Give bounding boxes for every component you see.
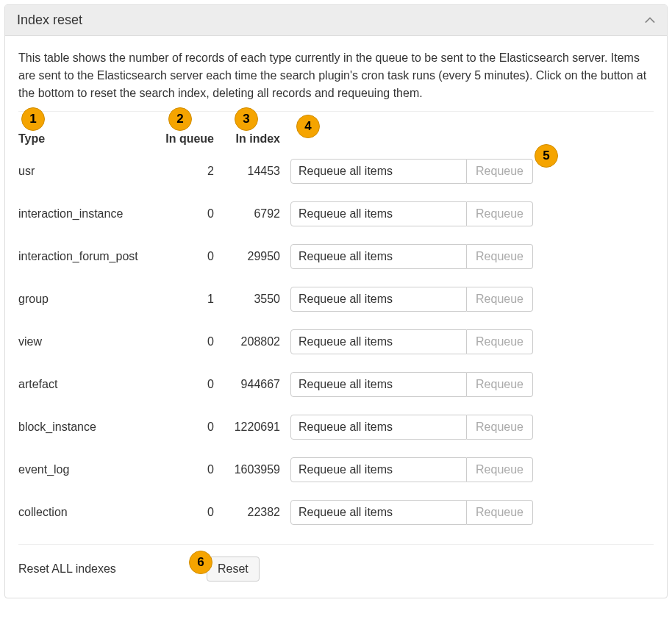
requeue-button[interactable]: Requeue (467, 457, 533, 482)
requeue-input[interactable] (290, 415, 467, 440)
cell-queue: 2 (165, 150, 224, 193)
cell-action: Requeue (290, 278, 654, 321)
callout-1: 1 (21, 107, 45, 131)
cell-type: block_instance (18, 406, 165, 448)
cell-index: 208802 (224, 321, 290, 363)
cell-queue: 0 (165, 235, 224, 278)
cell-index: 3550 (224, 278, 290, 321)
requeue-button[interactable]: Requeue (467, 287, 533, 312)
requeue-input[interactable] (290, 500, 467, 525)
callout-5: 5 (535, 144, 558, 168)
chevron-up-icon (645, 15, 655, 26)
cell-index: 1603959 (224, 448, 290, 491)
requeue-input[interactable] (290, 329, 467, 354)
cell-index: 22382 (224, 491, 290, 534)
table-row: view0208802Requeue (18, 321, 654, 363)
requeue-input[interactable] (290, 457, 467, 482)
reset-all-label: Reset ALL indexes (18, 562, 198, 576)
cell-action: Requeue (290, 406, 654, 448)
cell-queue: 0 (165, 321, 224, 363)
requeue-button[interactable]: Requeue (467, 244, 533, 269)
requeue-input[interactable] (290, 372, 467, 397)
cell-action: Requeue (290, 150, 654, 193)
cell-type: interaction_forum_post (18, 235, 165, 278)
callout-2: 2 (168, 107, 192, 131)
requeue-button[interactable]: Requeue (467, 329, 533, 354)
requeue-button[interactable]: Requeue (467, 372, 533, 397)
cell-queue: 0 (165, 193, 224, 235)
reset-button[interactable]: Reset (207, 557, 260, 582)
table-row: block_instance01220691Requeue (18, 406, 654, 448)
cell-type: usr (18, 150, 165, 193)
callout-6: 6 (189, 551, 212, 574)
cell-queue: 1 (165, 278, 224, 321)
requeue-button[interactable]: Requeue (467, 500, 533, 525)
table-row: group13550Requeue (18, 278, 654, 321)
intro-text: This table shows the number of records o… (18, 49, 654, 102)
cell-queue: 0 (165, 406, 224, 448)
index-reset-panel: Index reset This table shows the number … (4, 4, 668, 598)
cell-action: Requeue (290, 448, 654, 491)
table-row: interaction_forum_post029950Requeue (18, 235, 654, 278)
table-row: artefact0944667Requeue (18, 363, 654, 406)
callout-4: 4 (296, 115, 320, 138)
table-row: collection022382Requeue (18, 491, 654, 534)
table-row: event_log01603959Requeue (18, 448, 654, 491)
reset-row: Reset ALL indexes 6 Reset (18, 544, 654, 584)
cell-action: Requeue (290, 321, 654, 363)
cell-index: 14453 (224, 150, 290, 193)
col-header-action (290, 112, 654, 150)
cell-type: artefact (18, 363, 165, 406)
cell-queue: 0 (165, 448, 224, 491)
cell-index: 29950 (224, 235, 290, 278)
cell-type: interaction_instance (18, 193, 165, 235)
panel-header[interactable]: Index reset (5, 5, 667, 36)
cell-index: 1220691 (224, 406, 290, 448)
cell-action: Requeue (290, 491, 654, 534)
cell-index: 6792 (224, 193, 290, 235)
callout-3: 3 (235, 107, 258, 131)
requeue-input[interactable] (290, 244, 467, 269)
cell-action: Requeue (290, 235, 654, 278)
cell-type: collection (18, 491, 165, 534)
cell-index: 944667 (224, 363, 290, 406)
panel-title: Index reset (17, 12, 82, 28)
cell-type: view (18, 321, 165, 363)
requeue-button[interactable]: Requeue (467, 159, 533, 184)
cell-type: group (18, 278, 165, 321)
table-row: interaction_instance06792Requeue (18, 193, 654, 235)
requeue-input[interactable] (290, 287, 467, 312)
requeue-input[interactable] (290, 201, 467, 226)
cell-type: event_log (18, 448, 165, 491)
panel-body: This table shows the number of records o… (5, 36, 667, 598)
cell-action: Requeue (290, 193, 654, 235)
table-row: usr214453Requeue (18, 150, 654, 193)
cell-queue: 0 (165, 363, 224, 406)
requeue-button[interactable]: Requeue (467, 415, 533, 440)
table-wrapper: 1 2 3 4 5 Type In queue In index usr2144… (18, 112, 654, 534)
requeue-input[interactable] (290, 159, 467, 184)
cell-queue: 0 (165, 491, 224, 534)
index-table: Type In queue In index usr214453Requeuei… (18, 112, 654, 534)
cell-action: Requeue (290, 363, 654, 406)
requeue-button[interactable]: Requeue (467, 201, 533, 226)
